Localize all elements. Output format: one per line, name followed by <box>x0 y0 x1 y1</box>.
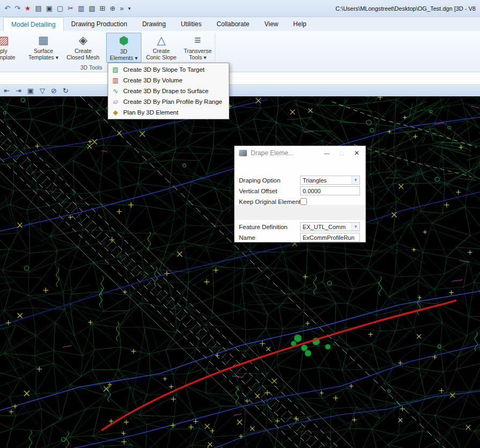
dialog-titlebar[interactable]: Drape Eleme... — □ ✕ <box>235 146 365 160</box>
3d-elements-menu: ▧ Create 3D By Slope To Target ▥ Create … <box>108 63 229 119</box>
feature-definition-row: Feature Definition EX_UTL_Comm ▼ <box>239 222 361 231</box>
closed-mesh-icon: ◈ <box>79 33 87 48</box>
window-title-path: C:\Users\MLongstreet\Desktop\OG_Test.dgn… <box>335 5 476 12</box>
previous-view-icon[interactable]: ⇤ <box>4 87 10 95</box>
paste-icon[interactable]: ▧ <box>89 4 95 13</box>
grid-plus-icon[interactable]: ⊞ <box>100 4 106 13</box>
clear-zoom-icon[interactable]: ⊘ <box>51 87 57 95</box>
chevron-down-icon: ▼ <box>351 176 359 184</box>
ribbon-group-label: 3D Tools <box>80 64 102 71</box>
transverse-tools-button[interactable]: ≡ Transverse Tools ▾ <box>180 33 215 63</box>
quick-access-toolbar: ↶ ↷ ★ ▤ ▣ ▢ ✂ ▥ ▧ ⊞ ⊕ » ▾ <box>4 4 131 13</box>
refresh-icon[interactable]: ↻ <box>63 87 69 95</box>
forward-icon[interactable]: ↷ <box>14 4 20 13</box>
feature-definition-label: Feature Definition <box>239 224 300 230</box>
view-toolbar: ⇤ ⇥ ▣ ▽ ⊘ ↻ <box>0 85 480 96</box>
by-volume-icon: ▥ <box>111 77 119 84</box>
tab-utilities[interactable]: Utilities <box>173 17 209 31</box>
chevron-down-icon: ▼ <box>351 223 359 231</box>
drape-to-surface-icon: ∿ <box>111 87 119 95</box>
surface-templates-icon: ▦ <box>38 33 49 48</box>
vertical-offset-label: Vertical Offset <box>239 188 300 194</box>
surface-templates-button[interactable]: ▦ Surface Templates ▾ <box>26 33 61 63</box>
menu-item-slope-to-target[interactable]: ▧ Create 3D By Slope To Target <box>108 64 229 75</box>
ribbon-tab-bar: Model Detailing Drawing Production Drawi… <box>0 17 480 31</box>
tag-icon[interactable]: ⊕ <box>110 4 116 13</box>
arrange-windows-icon[interactable]: ▣ <box>27 87 34 95</box>
keep-original-label: Keep Original Element <box>239 199 300 205</box>
conic-slope-icon: △ <box>157 33 166 48</box>
dialog-title: Drape Eleme... <box>251 149 294 157</box>
filter-icon[interactable]: ▽ <box>40 87 45 95</box>
menu-item-plan-profile-by-range[interactable]: ▱ Create 3D By Plan Profile By Range <box>108 96 229 107</box>
create-closed-mesh-button[interactable]: ◈ Create Closed Mesh <box>65 33 101 63</box>
copy-icon[interactable]: ▢ <box>57 4 63 13</box>
menu-item-by-volume[interactable]: ▥ Create 3D By Volume <box>108 75 229 86</box>
draping-option-select[interactable]: Triangles ▼ <box>300 176 360 185</box>
vertical-offset-row: Vertical Offset 0.0000 <box>239 186 361 195</box>
tab-drawing-production[interactable]: Drawing Production <box>64 17 135 31</box>
feature-definition-select[interactable]: EX_UTL_Comm ▼ <box>300 222 360 231</box>
tab-collaborate[interactable]: Collaborate <box>209 17 257 31</box>
back-icon[interactable]: ↶ <box>4 4 10 13</box>
apply-template-button[interactable]: ▨ ply Template <box>0 33 21 63</box>
keep-original-checkbox[interactable] <box>300 198 307 205</box>
dialog-section-divider <box>235 205 365 220</box>
keep-original-row: Keep Original Element <box>239 197 361 206</box>
titlebar: ↶ ↷ ★ ▤ ▣ ▢ ✂ ▥ ▧ ⊞ ⊕ » ▾ C:\Users\MLong… <box>0 0 480 17</box>
plan-profile-range-icon: ▱ <box>111 98 119 105</box>
create-conic-slope-button[interactable]: △ Create Conic Slope <box>144 33 179 63</box>
apply-template-icon: ▨ <box>0 33 9 48</box>
slope-to-target-icon: ▧ <box>111 66 119 73</box>
3d-elements-icon: ⬢ <box>119 33 129 48</box>
3d-elements-button[interactable]: ⬢ 3D Elements ▾ <box>106 33 141 63</box>
tab-view[interactable]: View <box>257 17 286 31</box>
name-label: Name <box>239 234 300 241</box>
overflow-chevron-icon[interactable]: » <box>120 4 124 13</box>
window-copy-icon[interactable]: ▣ <box>46 4 52 13</box>
draping-option-row: Draping Option Triangles ▼ <box>239 176 361 185</box>
vertical-offset-input[interactable]: 0.0000 <box>300 186 360 195</box>
next-view-icon[interactable]: ⇥ <box>16 87 21 95</box>
print-icon[interactable]: ▤ <box>35 4 41 13</box>
tab-help[interactable]: Help <box>286 17 314 31</box>
drape-dialog-icon <box>239 150 247 156</box>
transverse-tools-icon: ≡ <box>194 33 201 48</box>
maximize-button[interactable]: □ <box>334 147 349 160</box>
draping-option-label: Draping Option <box>239 177 300 184</box>
dropdown-arrow-icon[interactable]: ▾ <box>128 4 131 13</box>
ribbon: ▨ ply Template ▦ Surface Templates ▾ ◈ C… <box>0 31 480 72</box>
menu-item-plan-by-3d-element[interactable]: ◆ Plan By 3D Element <box>108 107 229 118</box>
duplicate-icon[interactable]: ▥ <box>78 4 84 13</box>
menu-item-drape-to-surface[interactable]: ∿ Create 3D By Drape to Surface <box>108 86 229 96</box>
name-input[interactable]: ExCommProfileRun <box>300 233 360 242</box>
name-row: Name ExCommProfileRun <box>239 233 361 242</box>
minimize-button[interactable]: — <box>319 147 334 160</box>
drape-element-dialog: Drape Eleme... — □ ✕ Draping Option Tria… <box>234 146 366 242</box>
spacer-strip <box>0 72 480 85</box>
plan-by-3d-icon: ◆ <box>111 109 119 116</box>
close-button[interactable]: ✕ <box>349 147 364 160</box>
pin-icon[interactable]: ★ <box>25 4 31 13</box>
tab-drawing[interactable]: Drawing <box>134 17 173 31</box>
cut-icon[interactable]: ✂ <box>68 4 73 13</box>
tab-model-detailing[interactable]: Model Detailing <box>3 17 64 31</box>
